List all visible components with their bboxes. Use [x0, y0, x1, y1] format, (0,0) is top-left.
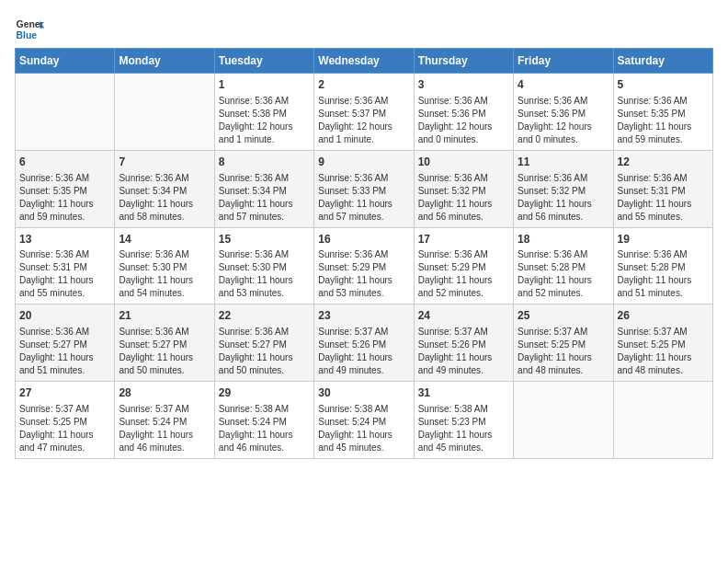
calendar-cell — [115, 74, 214, 151]
calendar-cell: 6Sunrise: 5:36 AMSunset: 5:35 PMDaylight… — [16, 150, 115, 227]
calendar-cell: 19Sunrise: 5:36 AMSunset: 5:28 PMDayligh… — [613, 227, 712, 304]
svg-text:Blue: Blue — [17, 30, 38, 40]
day-info: Sunrise: 5:36 AMSunset: 5:31 PMDaylight:… — [618, 172, 709, 224]
day-info: Sunrise: 5:36 AMSunset: 5:30 PMDaylight:… — [119, 248, 210, 300]
calendar-cell: 20Sunrise: 5:36 AMSunset: 5:27 PMDayligh… — [16, 304, 115, 382]
calendar-cell: 17Sunrise: 5:36 AMSunset: 5:29 PMDayligh… — [414, 227, 513, 304]
calendar-week-row: 1Sunrise: 5:36 AMSunset: 5:38 PMDaylight… — [16, 74, 713, 151]
weekday-header-cell: Sunday — [16, 49, 115, 74]
day-number: 17 — [418, 232, 509, 247]
day-number: 2 — [318, 77, 409, 93]
day-number: 3 — [418, 77, 509, 93]
calendar-cell: 29Sunrise: 5:38 AMSunset: 5:24 PMDayligh… — [214, 382, 313, 459]
day-number: 10 — [418, 155, 509, 170]
calendar-week-row: 13Sunrise: 5:36 AMSunset: 5:31 PMDayligh… — [16, 227, 713, 304]
day-info: Sunrise: 5:36 AMSunset: 5:36 PMDaylight:… — [518, 95, 609, 146]
day-info: Sunrise: 5:37 AMSunset: 5:26 PMDaylight:… — [418, 326, 509, 377]
day-number: 18 — [518, 232, 609, 247]
day-info: Sunrise: 5:36 AMSunset: 5:27 PMDaylight:… — [19, 326, 110, 377]
day-number: 9 — [318, 155, 409, 170]
calendar-week-row: 27Sunrise: 5:37 AMSunset: 5:25 PMDayligh… — [16, 382, 713, 459]
day-info: Sunrise: 5:38 AMSunset: 5:23 PMDaylight:… — [418, 403, 509, 454]
calendar-cell: 11Sunrise: 5:36 AMSunset: 5:32 PMDayligh… — [514, 150, 613, 227]
day-number: 30 — [318, 385, 409, 401]
day-number: 6 — [19, 155, 110, 170]
day-info: Sunrise: 5:36 AMSunset: 5:34 PMDaylight:… — [219, 172, 310, 224]
day-number: 4 — [518, 77, 609, 93]
calendar-cell: 9Sunrise: 5:36 AMSunset: 5:33 PMDaylight… — [314, 150, 414, 227]
day-number: 28 — [119, 385, 210, 401]
calendar-cell: 12Sunrise: 5:36 AMSunset: 5:31 PMDayligh… — [613, 150, 712, 227]
weekday-header-cell: Tuesday — [214, 49, 313, 74]
day-info: Sunrise: 5:38 AMSunset: 5:24 PMDaylight:… — [219, 403, 310, 454]
calendar-cell: 4Sunrise: 5:36 AMSunset: 5:36 PMDaylight… — [514, 74, 613, 151]
weekday-header-cell: Thursday — [414, 49, 513, 74]
calendar-cell: 25Sunrise: 5:37 AMSunset: 5:25 PMDayligh… — [514, 304, 613, 382]
logo: General Blue — [15, 15, 50, 44]
day-info: Sunrise: 5:38 AMSunset: 5:24 PMDaylight:… — [318, 403, 409, 454]
day-number: 13 — [19, 232, 110, 247]
calendar-cell: 24Sunrise: 5:37 AMSunset: 5:26 PMDayligh… — [414, 304, 513, 382]
day-info: Sunrise: 5:36 AMSunset: 5:38 PMDaylight:… — [219, 95, 310, 146]
day-info: Sunrise: 5:36 AMSunset: 5:29 PMDaylight:… — [318, 248, 409, 300]
weekday-header-cell: Saturday — [613, 49, 712, 74]
calendar-cell: 23Sunrise: 5:37 AMSunset: 5:26 PMDayligh… — [314, 304, 414, 382]
day-number: 1 — [219, 77, 310, 93]
calendar-week-row: 6Sunrise: 5:36 AMSunset: 5:35 PMDaylight… — [16, 150, 713, 227]
calendar-cell: 31Sunrise: 5:38 AMSunset: 5:23 PMDayligh… — [414, 382, 513, 459]
day-info: Sunrise: 5:37 AMSunset: 5:26 PMDaylight:… — [318, 326, 409, 377]
day-info: Sunrise: 5:36 AMSunset: 5:27 PMDaylight:… — [119, 326, 210, 377]
calendar-cell: 27Sunrise: 5:37 AMSunset: 5:25 PMDayligh… — [16, 382, 115, 459]
day-info: Sunrise: 5:37 AMSunset: 5:25 PMDaylight:… — [19, 403, 110, 454]
day-number: 24 — [418, 308, 509, 324]
calendar-cell: 30Sunrise: 5:38 AMSunset: 5:24 PMDayligh… — [314, 382, 414, 459]
day-number: 27 — [19, 385, 110, 401]
calendar-cell — [514, 382, 613, 459]
day-number: 25 — [518, 308, 609, 324]
day-info: Sunrise: 5:36 AMSunset: 5:34 PMDaylight:… — [119, 172, 210, 224]
calendar-body: 1Sunrise: 5:36 AMSunset: 5:38 PMDaylight… — [16, 74, 713, 459]
calendar-cell: 14Sunrise: 5:36 AMSunset: 5:30 PMDayligh… — [115, 227, 214, 304]
day-info: Sunrise: 5:36 AMSunset: 5:29 PMDaylight:… — [418, 248, 509, 300]
day-info: Sunrise: 5:36 AMSunset: 5:28 PMDaylight:… — [518, 248, 609, 300]
weekday-header-row: SundayMondayTuesdayWednesdayThursdayFrid… — [16, 49, 713, 74]
calendar-cell: 7Sunrise: 5:36 AMSunset: 5:34 PMDaylight… — [115, 150, 214, 227]
day-number: 12 — [618, 155, 709, 170]
day-info: Sunrise: 5:36 AMSunset: 5:32 PMDaylight:… — [418, 172, 509, 224]
day-info: Sunrise: 5:36 AMSunset: 5:27 PMDaylight:… — [219, 326, 310, 377]
day-number: 14 — [119, 232, 210, 247]
day-info: Sunrise: 5:36 AMSunset: 5:36 PMDaylight:… — [418, 95, 509, 146]
day-info: Sunrise: 5:36 AMSunset: 5:35 PMDaylight:… — [19, 172, 110, 224]
calendar-cell: 13Sunrise: 5:36 AMSunset: 5:31 PMDayligh… — [16, 227, 115, 304]
day-info: Sunrise: 5:36 AMSunset: 5:37 PMDaylight:… — [318, 95, 409, 146]
day-number: 16 — [318, 232, 409, 247]
day-info: Sunrise: 5:37 AMSunset: 5:25 PMDaylight:… — [618, 326, 709, 377]
calendar-cell: 15Sunrise: 5:36 AMSunset: 5:30 PMDayligh… — [214, 227, 313, 304]
calendar-cell: 1Sunrise: 5:36 AMSunset: 5:38 PMDaylight… — [214, 74, 313, 151]
day-number: 15 — [219, 232, 310, 247]
weekday-header-cell: Monday — [115, 49, 214, 74]
day-number: 21 — [119, 308, 210, 324]
day-number: 8 — [219, 155, 310, 170]
day-number: 29 — [219, 385, 310, 401]
page-header: General Blue — [15, 15, 713, 44]
day-info: Sunrise: 5:36 AMSunset: 5:33 PMDaylight:… — [318, 172, 409, 224]
calendar-cell: 22Sunrise: 5:36 AMSunset: 5:27 PMDayligh… — [214, 304, 313, 382]
calendar-cell: 8Sunrise: 5:36 AMSunset: 5:34 PMDaylight… — [214, 150, 313, 227]
day-number: 11 — [518, 155, 609, 170]
day-info: Sunrise: 5:36 AMSunset: 5:28 PMDaylight:… — [618, 248, 709, 300]
day-info: Sunrise: 5:37 AMSunset: 5:25 PMDaylight:… — [518, 326, 609, 377]
day-info: Sunrise: 5:36 AMSunset: 5:35 PMDaylight:… — [618, 95, 709, 146]
day-info: Sunrise: 5:36 AMSunset: 5:32 PMDaylight:… — [518, 172, 609, 224]
day-number: 23 — [318, 308, 409, 324]
logo-icon: General Blue — [15, 15, 44, 44]
day-number: 31 — [418, 385, 509, 401]
day-info: Sunrise: 5:36 AMSunset: 5:31 PMDaylight:… — [19, 248, 110, 300]
calendar-table: SundayMondayTuesdayWednesdayThursdayFrid… — [15, 48, 713, 459]
calendar-cell: 5Sunrise: 5:36 AMSunset: 5:35 PMDaylight… — [613, 74, 712, 151]
calendar-cell — [613, 382, 712, 459]
day-number: 20 — [19, 308, 110, 324]
day-info: Sunrise: 5:36 AMSunset: 5:30 PMDaylight:… — [219, 248, 310, 300]
day-number: 26 — [618, 308, 709, 324]
calendar-cell: 10Sunrise: 5:36 AMSunset: 5:32 PMDayligh… — [414, 150, 513, 227]
